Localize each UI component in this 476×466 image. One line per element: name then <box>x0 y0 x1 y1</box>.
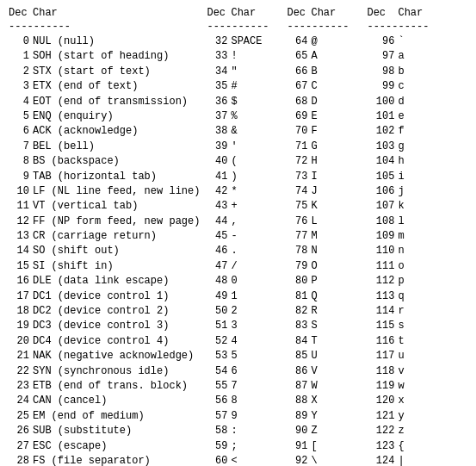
col-divider-2: ---------- <box>207 21 280 33</box>
char-value: TAB (horizontal tab) <box>33 170 200 184</box>
table-row: 80P <box>287 274 360 289</box>
table-row: 110n <box>367 244 436 258</box>
char-value: C <box>311 79 360 94</box>
dec-value: 77 <box>287 229 311 244</box>
dec-value: 16 <box>9 274 33 289</box>
column-header-4: DecChar <box>367 7 436 19</box>
char-value: < <box>231 454 280 466</box>
table-row: 524 <box>207 334 280 349</box>
table-row: 86V <box>287 364 360 379</box>
char-value: W <box>311 379 360 394</box>
dec-value: 92 <box>287 454 311 466</box>
char-value: 1 <box>231 289 280 304</box>
table-row: 91[ <box>287 439 360 454</box>
table-row: 4EOT (end of transmission) <box>9 95 200 109</box>
char-value: SI (shift in) <box>33 259 200 274</box>
char-value: 6 <box>231 364 280 379</box>
col-divider-3: ---------- <box>287 21 360 33</box>
table-row: 3ETX (end of text) <box>9 79 200 94</box>
char-value: STX (start of text) <box>33 65 200 79</box>
char-value: p <box>398 274 436 289</box>
char-value: ESC (escape) <box>33 439 200 454</box>
dec-value: 53 <box>207 349 231 363</box>
table-row: 107k <box>367 199 436 214</box>
char-value: c <box>398 79 436 94</box>
dec-value: 43 <box>207 199 231 214</box>
dec-value: 5 <box>9 109 33 124</box>
dec-value: 27 <box>9 439 33 454</box>
char-value: 3 <box>231 319 280 333</box>
char-value: S <box>311 319 360 333</box>
dec-value: 68 <box>287 95 311 109</box>
char-value: B <box>311 65 360 79</box>
char-value: " <box>231 65 280 79</box>
table-row: 111o <box>367 259 436 274</box>
char-value: LF (NL line feed, new line) <box>33 184 200 199</box>
table-row: 99c <box>367 79 436 94</box>
char-value: 9 <box>231 409 280 424</box>
char-value: q <box>398 289 436 304</box>
char-value: ETX (end of text) <box>33 79 200 94</box>
char-value: z <box>398 424 436 438</box>
col-char-header-1: Char <box>33 7 58 19</box>
char-value: K <box>311 199 360 214</box>
dec-value: 57 <box>207 409 231 424</box>
dec-value: 8 <box>9 154 33 169</box>
table-row: 83S <box>287 319 360 333</box>
char-value: VT (vertical tab) <box>33 199 200 214</box>
char-value: Y <box>311 409 360 424</box>
table-row: 84T <box>287 334 360 349</box>
table-row: 77M <box>287 229 360 244</box>
char-value: DLE (data link escape) <box>33 274 200 289</box>
char-value: ; <box>231 439 280 454</box>
char-value: v <box>398 364 436 379</box>
dec-value: 117 <box>367 349 398 363</box>
table-row: 38& <box>207 124 280 139</box>
table-row: 71G <box>287 140 360 154</box>
dec-value: 104 <box>367 154 398 169</box>
table-row: 88X <box>287 394 360 408</box>
dec-value: 78 <box>287 244 311 258</box>
dec-value: 83 <box>287 319 311 333</box>
char-value: BEL (bell) <box>33 140 200 154</box>
dec-value: 58 <box>207 424 231 438</box>
dec-value: 116 <box>367 334 398 349</box>
dec-value: 80 <box>287 274 311 289</box>
char-value: x <box>398 394 436 408</box>
char-value: L <box>311 214 360 229</box>
table-row: 109m <box>367 229 436 244</box>
dec-value: 72 <box>287 154 311 169</box>
char-value: i <box>398 170 436 184</box>
dec-value: 41 <box>207 170 231 184</box>
table-row: 89Y <box>287 409 360 424</box>
dec-value: 85 <box>287 349 311 363</box>
dec-value: 15 <box>9 259 33 274</box>
dec-value: 101 <box>367 109 398 124</box>
table-row: 75K <box>287 199 360 214</box>
dec-value: 96 <box>367 34 398 49</box>
dec-value: 32 <box>207 34 231 49</box>
column-group-4: DecChar----------96`97a98b99c100d101e102… <box>367 7 436 466</box>
dec-value: 103 <box>367 140 398 154</box>
table-row: 17DC1 (device control 1) <box>9 289 200 304</box>
table-row: 87W <box>287 379 360 394</box>
char-value: a <box>398 49 436 64</box>
table-row: 79O <box>287 259 360 274</box>
table-row: 579 <box>207 409 280 424</box>
char-value: m <box>398 229 436 244</box>
table-row: 96` <box>367 34 436 49</box>
char-value: e <box>398 109 436 124</box>
table-row: 90Z <box>287 424 360 438</box>
table-row: 46. <box>207 244 280 258</box>
char-value: s <box>398 319 436 333</box>
column-header-1: DecChar <box>9 7 200 19</box>
dec-value: 90 <box>287 424 311 438</box>
char-value: , <box>231 214 280 229</box>
dec-value: 3 <box>9 79 33 94</box>
dec-value: 55 <box>207 379 231 394</box>
char-value: : <box>231 424 280 438</box>
table-row: 7BEL (bell) <box>9 140 200 154</box>
char-value: SO (shift out) <box>33 244 200 258</box>
dec-value: 6 <box>9 124 33 139</box>
table-row: 568 <box>207 394 280 408</box>
